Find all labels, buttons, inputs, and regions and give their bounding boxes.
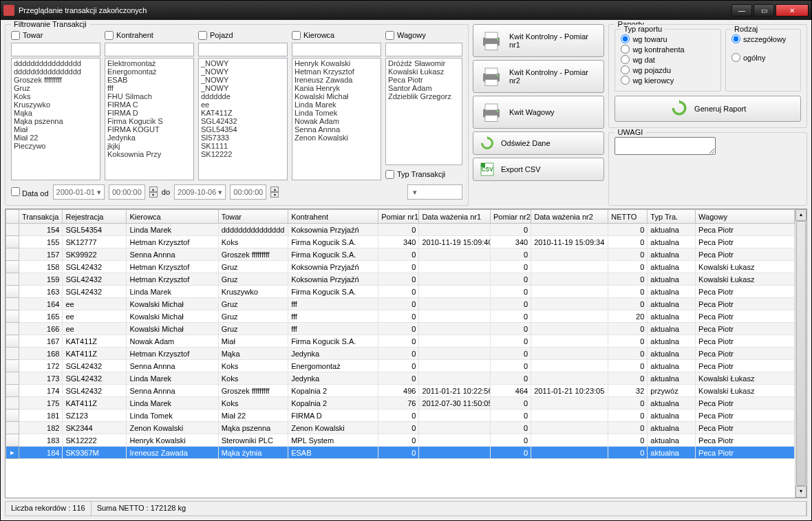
kwit-kontrolny-1-button[interactable]: Kwit Kontrolny - Pomiar nr1 [473, 24, 604, 57]
table-row[interactable]: 155SK12777Hetman KrzysztofKoksFirma Kogu… [6, 236, 795, 248]
filter-kierowca-input[interactable] [292, 43, 381, 56]
list-item[interactable]: Gruz [12, 84, 99, 92]
table-row[interactable]: 157SK99922Senna AnnnaGroszek fffffffffFi… [6, 248, 795, 261]
filter-kontrahent-list[interactable]: ElektromontażEnergomontażESABfffFHU Silm… [105, 58, 194, 180]
filter-wagowy-list[interactable]: Dróżdż SławomirKowalski ŁukaszPeca Piotr… [385, 58, 462, 165]
table-row[interactable]: 158SGL42432Hetman KrzysztofGruzKoksownia… [6, 261, 795, 273]
filter-pojazd-list[interactable]: _NOWY_NOWY_NOWY_NOWYddddddeeeKAT411ZSGL4… [198, 58, 288, 180]
list-item[interactable]: Kowalski Michał [293, 92, 380, 100]
list-item[interactable]: dddddddddddddddd [12, 59, 99, 67]
list-item[interactable]: FIRMA D [106, 109, 193, 117]
date-from-input[interactable]: 2000-01-01 ▾ [53, 184, 105, 200]
typ-transakcji-checkbox[interactable]: Typ Transakcji [385, 168, 462, 180]
table-row[interactable]: 175KAT411ZLinda MarekKoksKopalnia 276201… [6, 397, 795, 410]
scroll-down-icon[interactable]: ▾ [795, 486, 806, 498]
list-item[interactable]: Kowalski Łukasz [387, 67, 461, 76]
list-item[interactable]: Peca Piotr [387, 76, 461, 84]
export-csv-button[interactable]: CSV Export CSV [473, 158, 604, 181]
list-item[interactable]: Jedynka [106, 134, 193, 142]
list-item[interactable]: Ireneusz Zawada [293, 76, 380, 84]
column-header[interactable]: NETTO [608, 210, 648, 224]
table-row[interactable]: 173SGL42432Linda MarekKoksJedynka000aktu… [6, 372, 795, 385]
filter-towar-list[interactable]: ddddddddddddddddddddddddddddddddGroszek … [11, 58, 100, 180]
filter-kontrahent-input[interactable] [105, 43, 194, 56]
report-kind-1[interactable]: ogólny [731, 52, 795, 63]
list-item[interactable]: Groszek fffffffff [12, 76, 99, 84]
list-item[interactable]: Dróżdż Sławomir [387, 59, 461, 67]
scroll-up-icon[interactable]: ▴ [795, 209, 806, 221]
column-header[interactable]: Transakcja [19, 210, 63, 224]
filter-wagowy-input[interactable] [385, 43, 462, 56]
list-item[interactable]: Hetman Krzysztof [293, 67, 380, 76]
column-header[interactable]: Towar [218, 210, 288, 224]
column-header[interactable]: Rejestracja [63, 210, 127, 224]
generate-report-button[interactable]: Generuj Raport [615, 96, 801, 122]
list-item[interactable]: Zenon Kowalski [293, 134, 380, 142]
report-type-4[interactable]: wg kierowcy [621, 75, 715, 85]
list-item[interactable]: FIRMA C [106, 100, 193, 109]
table-row[interactable]: 181SZ123Linda TomekMiał 22FIRMA D000aktu… [6, 410, 795, 422]
list-item[interactable]: jkjkj [106, 142, 193, 150]
column-header[interactable]: Data ważenia nr2 [531, 210, 608, 224]
table-row[interactable]: 182SK2344Zenon KowalskiMąka pszennaZenon… [6, 422, 795, 434]
date-to-input[interactable]: 2009-10-06 ▾ [174, 184, 226, 200]
list-item[interactable]: Pieczywo [12, 142, 99, 150]
column-header[interactable]: Wagowy [696, 210, 795, 224]
uwagi-textarea[interactable] [615, 137, 716, 155]
list-item[interactable]: SGL42432 [200, 117, 286, 125]
column-header[interactable]: Typ Tra. [648, 210, 696, 224]
list-item[interactable]: Zdzieblik Grzegorz [387, 92, 461, 100]
list-item[interactable]: _NOWY [200, 84, 286, 92]
table-row[interactable]: 172SGL42432Senna AnnnaKoksEnergomontaż00… [6, 360, 795, 372]
time-from-input[interactable]: 00:00:00 [109, 184, 145, 200]
list-item[interactable]: Nowak Adam [293, 117, 380, 125]
list-item[interactable]: Elektromontaż [106, 59, 193, 67]
table-row[interactable]: 174SGL42432Senna AnnnaGroszek fffffffffK… [6, 385, 795, 397]
filter-kierowca-list[interactable]: Henryk KowalskiHetman KrzysztofIreneusz … [292, 58, 381, 180]
transactions-grid[interactable]: TransakcjaRejestracjaKierowcaTowarKontra… [5, 209, 807, 498]
table-row[interactable]: 163SGL42432Linda MarekKruszywkoFirma Kog… [6, 286, 795, 298]
list-item[interactable]: SGL54354 [200, 125, 286, 134]
list-item[interactable]: fff [106, 84, 193, 92]
table-row[interactable]: 183SK12222Henryk KowalskiSterowniki PLCM… [6, 434, 795, 447]
date-from-checkbox[interactable]: Data od [11, 187, 49, 198]
minimize-button[interactable]: — [731, 4, 752, 17]
maximize-button[interactable]: ▭ [754, 4, 774, 17]
kwit-kontrolny-2-button[interactable]: Kwit Kontrolny - Pomiar nr2 [473, 60, 604, 93]
list-item[interactable]: Mąka [12, 109, 99, 117]
table-row[interactable]: 167KAT411ZNowak AdamMiałFirma Kogucik S.… [6, 335, 795, 348]
list-item[interactable]: Senna Annna [293, 125, 380, 134]
column-header[interactable]: Kierowca [127, 210, 218, 224]
filter-wagowy-checkbox[interactable]: Wagowy [385, 29, 462, 41]
list-item[interactable]: Kania Henryk [293, 84, 380, 92]
list-item[interactable]: dddddde [200, 92, 286, 100]
list-item[interactable]: Energomontaż [106, 67, 193, 76]
filter-towar-input[interactable] [11, 43, 100, 56]
filter-kierowca-checkbox[interactable]: Kierowca [292, 29, 381, 41]
filter-towar-checkbox[interactable]: Towar [11, 29, 100, 41]
list-item[interactable]: FIRMA KOGUT [106, 125, 193, 134]
list-item[interactable]: SK12222 [200, 150, 286, 158]
time-to-input[interactable]: 00:00:00 [230, 184, 266, 200]
list-item[interactable]: Miał 22 [12, 134, 99, 142]
list-item[interactable]: Henryk Kowalski [293, 59, 380, 67]
list-item[interactable]: Miał [12, 125, 99, 134]
table-row[interactable]: 164eeKowalski MichałGruzfff000aktualnaPe… [6, 298, 795, 310]
list-item[interactable]: Mąka pszenna [12, 117, 99, 125]
list-item[interactable]: dddddddddddddddd [12, 67, 99, 76]
list-item[interactable]: ee [200, 100, 286, 109]
vertical-scrollbar[interactable]: ▴ ▾ [795, 209, 806, 498]
filter-pojazd-checkbox[interactable]: Pojazd [198, 29, 288, 41]
list-item[interactable]: _NOWY [200, 59, 286, 67]
filter-pojazd-input[interactable] [198, 43, 288, 56]
report-type-2[interactable]: wg dat [621, 54, 715, 65]
list-item[interactable]: SK1111 [200, 142, 286, 150]
column-header[interactable]: Kontrahent [288, 210, 378, 224]
report-type-1[interactable]: wg kontrahenta [621, 44, 715, 54]
typ-transakcji-select[interactable]: ▾ [407, 184, 462, 200]
table-row[interactable]: 166eeKowalski MichałGruzfff000aktualnaPe… [6, 323, 795, 335]
table-row[interactable]: 159SGL42432Hetman KrzysztofGruzKoksownia… [6, 273, 795, 286]
column-header[interactable]: Data ważenia nr1 [419, 210, 491, 224]
close-button[interactable]: ✕ [776, 4, 809, 17]
column-header[interactable]: Pomiar nr1 [378, 210, 419, 224]
